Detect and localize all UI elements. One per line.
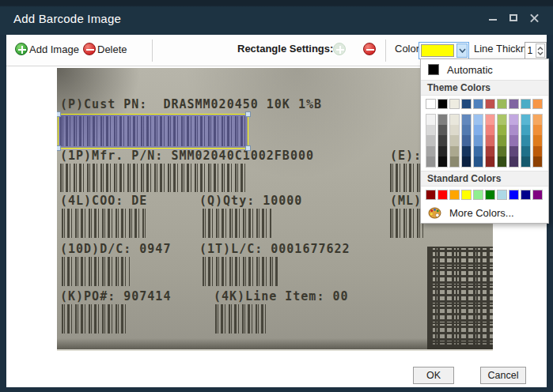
color-swatch[interactable]: [533, 135, 542, 145]
color-swatch[interactable]: [521, 156, 530, 167]
cancel-button[interactable]: Cancel: [480, 367, 526, 384]
color-swatch[interactable]: [485, 190, 495, 200]
color-swatch[interactable]: [509, 156, 518, 167]
color-swatch[interactable]: [533, 115, 542, 125]
color-swatch[interactable]: [426, 146, 435, 156]
color-swatch[interactable]: [474, 146, 483, 156]
color-variant-column: [509, 114, 519, 168]
color-swatch[interactable]: [486, 125, 494, 135]
minimize-button[interactable]: [485, 9, 501, 25]
titlebar[interactable]: Add Barcode Image: [0, 0, 553, 35]
color-swatch[interactable]: [509, 125, 518, 135]
color-swatch[interactable]: [509, 99, 519, 109]
toolbar-separator: [152, 40, 153, 62]
color-swatch[interactable]: [498, 115, 506, 125]
delete-button[interactable]: Delete: [83, 43, 127, 55]
color-swatch[interactable]: [449, 99, 460, 109]
color-swatch[interactable]: [509, 115, 518, 125]
color-swatch[interactable]: [450, 135, 459, 145]
color-dropdown-arrow-button[interactable]: [456, 43, 468, 58]
color-swatch[interactable]: [498, 125, 506, 135]
color-swatch[interactable]: [426, 156, 435, 167]
color-swatch[interactable]: [532, 190, 543, 200]
add-rectangle-button[interactable]: [333, 43, 346, 55]
color-swatch[interactable]: [462, 115, 471, 125]
color-swatch[interactable]: [438, 115, 447, 125]
color-swatch[interactable]: [426, 115, 435, 125]
color-swatch[interactable]: [450, 125, 459, 135]
ok-button[interactable]: OK: [413, 367, 454, 384]
color-swatch[interactable]: [486, 146, 494, 156]
color-swatch[interactable]: [521, 125, 530, 135]
color-swatch[interactable]: [474, 125, 483, 135]
label-mfr-pn: (1P)Mfr. P/N: SMM02040C1002FB000: [60, 149, 314, 163]
color-swatch[interactable]: [486, 156, 494, 167]
color-swatch[interactable]: [509, 135, 518, 145]
color-swatch[interactable]: [449, 190, 460, 200]
color-swatch[interactable]: [462, 156, 471, 167]
color-swatch[interactable]: [438, 146, 447, 156]
color-swatch[interactable]: [474, 135, 483, 145]
color-swatch[interactable]: [521, 190, 531, 200]
color-swatch[interactable]: [498, 146, 506, 156]
color-swatch[interactable]: [485, 99, 495, 109]
color-swatch[interactable]: [462, 146, 471, 156]
color-swatch[interactable]: [438, 156, 447, 167]
more-colors-item[interactable]: More Colors...: [421, 203, 548, 224]
delete-rectangle-button[interactable]: [363, 43, 376, 55]
color-dropdown[interactable]: [419, 42, 469, 59]
spin-up-icon[interactable]: [537, 47, 544, 51]
color-swatch[interactable]: [533, 125, 542, 135]
color-swatch[interactable]: [438, 135, 447, 145]
color-swatch[interactable]: [497, 99, 507, 109]
color-swatch[interactable]: [521, 135, 530, 145]
color-swatch[interactable]: [426, 125, 435, 135]
window-controls: [485, 9, 542, 25]
color-swatch[interactable]: [486, 135, 494, 145]
color-swatch[interactable]: [450, 146, 459, 156]
color-swatch[interactable]: [521, 115, 530, 125]
color-swatch[interactable]: [438, 125, 447, 135]
spinner-buttons[interactable]: [536, 43, 545, 58]
color-swatch[interactable]: [426, 99, 436, 109]
color-swatch[interactable]: [486, 115, 494, 125]
color-swatch[interactable]: [437, 190, 448, 200]
resize-handle-top-right[interactable]: [245, 111, 251, 117]
color-swatch[interactable]: [509, 146, 518, 156]
color-swatch[interactable]: [497, 190, 507, 200]
color-swatch[interactable]: [521, 99, 531, 109]
color-swatch[interactable]: [474, 156, 483, 167]
close-button[interactable]: [526, 9, 542, 25]
color-swatch[interactable]: [533, 156, 542, 167]
automatic-color-item[interactable]: Automatic: [421, 59, 548, 80]
delete-label: Delete: [97, 43, 127, 55]
color-swatch[interactable]: [450, 156, 459, 167]
color-swatch[interactable]: [533, 146, 542, 156]
color-swatch[interactable]: [426, 135, 435, 145]
maximize-button[interactable]: [506, 9, 521, 25]
color-swatch[interactable]: [509, 190, 519, 200]
color-variant-column: [473, 114, 483, 168]
selection-rectangle[interactable]: [58, 114, 248, 149]
color-swatch[interactable]: [461, 99, 472, 109]
resize-handle-top-left[interactable]: [57, 111, 61, 117]
color-swatch[interactable]: [426, 190, 436, 200]
color-swatch[interactable]: [498, 156, 506, 167]
color-swatch[interactable]: [473, 99, 483, 109]
add-image-button[interactable]: Add Image: [15, 43, 79, 55]
color-swatch[interactable]: [450, 115, 459, 125]
color-swatch[interactable]: [437, 99, 448, 109]
color-swatch[interactable]: [532, 99, 543, 109]
color-swatch[interactable]: [473, 190, 483, 200]
spin-down-icon[interactable]: [537, 51, 544, 55]
resize-handle-bottom-left[interactable]: [57, 145, 61, 151]
label-qty: (Q)Qty: 10000: [199, 194, 302, 208]
color-swatch[interactable]: [521, 146, 530, 156]
color-swatch[interactable]: [462, 135, 471, 145]
resize-handle-bottom-right[interactable]: [245, 145, 251, 151]
color-swatch[interactable]: [498, 135, 506, 145]
color-swatch[interactable]: [462, 125, 471, 135]
line-thickness-spinner[interactable]: 1: [525, 42, 547, 59]
color-swatch[interactable]: [461, 190, 472, 200]
color-swatch[interactable]: [474, 115, 483, 125]
